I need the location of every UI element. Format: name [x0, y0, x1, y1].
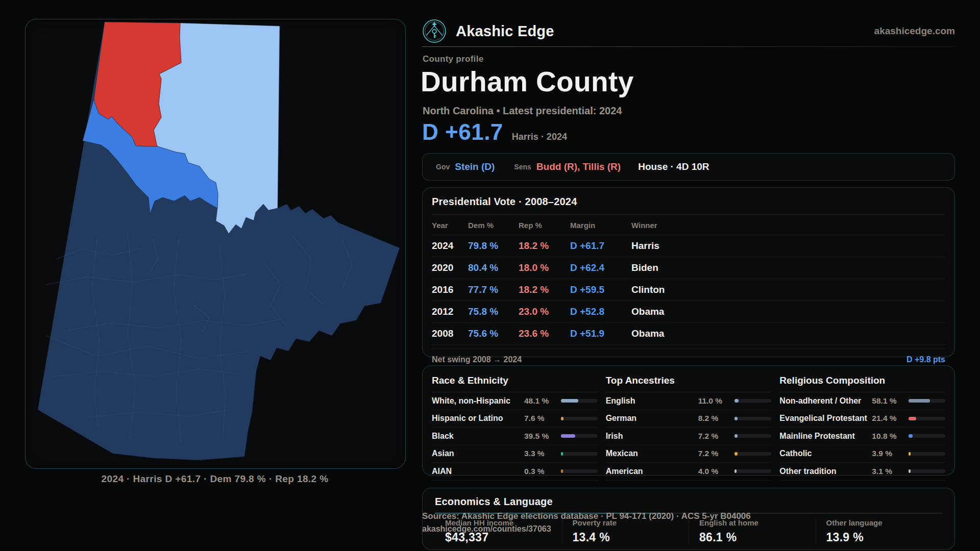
demo-bar-track — [734, 399, 771, 403]
rep-cell: 23.6 % — [519, 328, 570, 339]
demo-bar-track — [734, 417, 771, 420]
demo-value: 3.3 % — [524, 449, 561, 458]
demo-row: Mainline Protestant 10.8 % — [779, 428, 945, 445]
demo-value: 7.2 % — [698, 449, 735, 458]
stat-english-at-home: English at home 86.1 % — [689, 518, 816, 544]
demo-value: 3.1 % — [872, 467, 909, 476]
demo-row: Non-adherent / Other 58.1 % — [779, 392, 945, 410]
rep-cell: 18.2 % — [519, 284, 570, 295]
demo-bar-track — [734, 469, 771, 473]
demo-bar-fill — [734, 399, 739, 403]
page-subtitle: North Carolina • Latest presidential: 20… — [423, 105, 622, 117]
demo-bar-fill — [909, 434, 913, 438]
demo-label: Mexican — [606, 449, 698, 458]
margin-cell: D +52.8 — [570, 306, 631, 317]
year-cell: 2012 — [432, 306, 468, 317]
demo-label: Non-adherent / Other — [779, 396, 872, 406]
demo-label: Mainline Protestant — [779, 432, 872, 441]
demo-bar-track — [561, 417, 598, 420]
economics-stats: Median HH income $43,337 Poverty rate 13… — [435, 518, 942, 544]
col-year: Year — [432, 221, 468, 230]
economics-panel-title: Economics & Language — [435, 496, 942, 508]
demo-label: Catholic — [779, 449, 872, 458]
winner-cell: Clinton — [631, 284, 945, 295]
demo-value: 0.3 % — [524, 467, 561, 476]
stat-label: Median HH income — [445, 518, 562, 527]
demo-value: 48.1 % — [524, 396, 561, 406]
latest-margin-context: Harris · 2024 — [512, 132, 567, 142]
demo-value: 10.8 % — [872, 432, 909, 441]
demo-bar-track — [909, 469, 945, 473]
stat-poverty-rate: Poverty rate 13.4 % — [562, 518, 689, 544]
demo-bar-track — [561, 469, 598, 473]
demo-bar-fill — [909, 417, 916, 420]
demo-bar-track — [909, 399, 945, 403]
demo-value: 7.6 % — [524, 414, 561, 423]
demo-label: Evangelical Protestant — [779, 414, 872, 423]
sens-value: Budd (R), Tillis (R) — [536, 161, 621, 172]
demo-row: White, non-Hispanic 48.1 % — [432, 392, 598, 410]
winner-cell: Biden — [631, 262, 945, 273]
stat-value: 13.4 % — [573, 531, 689, 544]
demo-row: English 11.0 % — [606, 392, 772, 410]
demo-value: 3.9 % — [872, 449, 909, 458]
rep-cell: 23.0 % — [519, 306, 570, 317]
net-swing-label: Net swing 2008 → 2024 — [432, 355, 522, 364]
stat-median-income: Median HH income $43,337 — [435, 518, 562, 544]
demo-value: 11.0 % — [698, 396, 735, 406]
table-row: 2024 79.8 % 18.2 % D +61.7 Harris — [432, 235, 945, 257]
col-winner: Winner — [631, 221, 945, 230]
ancestries-title: Top Ancestries — [606, 375, 772, 392]
brand-domain-link[interactable]: akashicedge.com — [874, 26, 955, 37]
demo-value: 8.2 % — [698, 414, 735, 423]
col-rep: Rep % — [519, 221, 570, 230]
col-margin: Margin — [570, 221, 631, 230]
stat-value: 86.1 % — [699, 531, 816, 544]
demo-row: AIAN 0.3 % — [432, 463, 598, 481]
county-map-panel[interactable] — [25, 19, 406, 469]
stat-label: English at home — [699, 518, 816, 527]
demo-row: Hispanic or Latino 7.6 % — [432, 410, 598, 428]
table-row: 2008 75.6 % 23.6 % D +51.9 Obama — [432, 323, 945, 345]
demo-label: Black — [432, 432, 524, 441]
winner-cell: Obama — [631, 306, 945, 317]
eyebrow-label: County profile — [423, 54, 483, 64]
demo-bar-track — [561, 452, 598, 456]
demo-value: 4.0 % — [698, 467, 735, 476]
rep-cell: 18.2 % — [519, 240, 570, 252]
sens-label: Sens — [514, 163, 531, 171]
demo-bar-track — [561, 434, 598, 438]
demo-label: Hispanic or Latino — [432, 414, 524, 423]
map-caption: 2024 · Harris D +61.7 · Dem 79.8 % · Rep… — [25, 473, 405, 485]
demo-bar-track — [734, 452, 771, 456]
table-row: 2020 80.4 % 18.0 % D +62.4 Biden — [432, 257, 945, 279]
brand-name: Akashic Edge — [456, 23, 554, 40]
demo-row: Other tradition 3.1 % — [779, 463, 945, 481]
year-cell: 2020 — [432, 262, 468, 273]
demo-label: Other tradition — [779, 467, 872, 476]
dem-cell: 77.7 % — [468, 284, 519, 295]
demo-bar-fill — [909, 469, 911, 473]
demo-row: Black 39.5 % — [432, 428, 598, 445]
county-precinct-map — [26, 19, 405, 468]
margin-cell: D +61.7 — [570, 240, 631, 252]
economics-underline — [435, 513, 942, 514]
demo-bar-track — [561, 399, 598, 403]
race-ethnicity-title: Race & Ethnicity — [432, 375, 598, 392]
demo-row: Asian 3.3 % — [432, 445, 598, 463]
demo-bar-fill — [561, 452, 563, 456]
demo-row: American 4.0 % — [606, 463, 772, 481]
stat-other-language: Other language 13.9 % — [816, 518, 943, 544]
demo-value: 7.2 % — [698, 432, 735, 441]
col-dem: Dem % — [468, 221, 519, 230]
dem-cell: 80.4 % — [468, 262, 519, 273]
demo-row: Irish 7.2 % — [606, 428, 772, 445]
gov-value: Stein (D) — [455, 161, 495, 172]
year-cell: 2008 — [432, 328, 468, 339]
demo-label: White, non-Hispanic — [432, 396, 524, 406]
brand-header: Akashic Edge akashicedge.com — [422, 18, 955, 44]
table-row: 2016 77.7 % 18.2 % D +59.5 Clinton — [432, 279, 945, 301]
demo-bar-fill — [561, 417, 564, 420]
demo-bar-track — [909, 452, 945, 456]
demo-bar-track — [734, 434, 771, 438]
